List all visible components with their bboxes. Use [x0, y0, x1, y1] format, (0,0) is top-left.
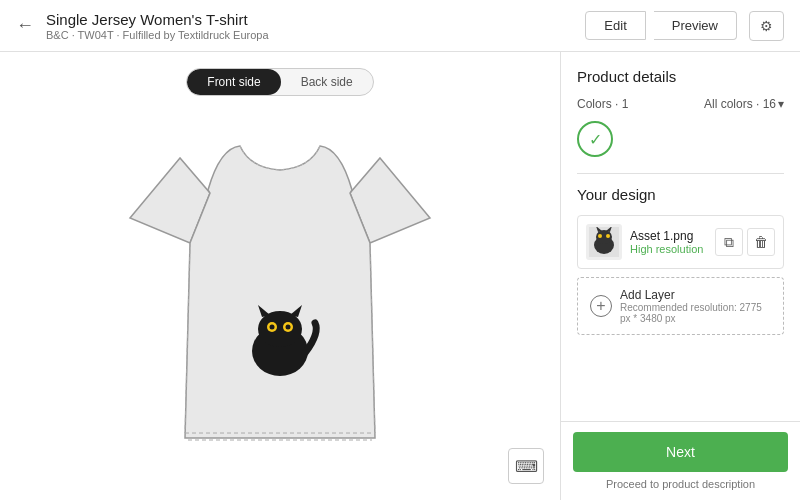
color-swatch-white[interactable]: ✓ [577, 121, 613, 157]
colors-label: Colors · 1 [577, 97, 628, 111]
add-layer-text: Add Layer Recommended resolution: 2775 p… [620, 288, 771, 324]
design-name: Asset 1.png [630, 229, 715, 243]
right-panel: Product details Colors · 1 All colors · … [560, 52, 800, 500]
add-layer-button[interactable]: + Add Layer Recommended resolution: 2775… [577, 277, 784, 335]
back-side-button[interactable]: Back side [281, 69, 373, 95]
front-side-button[interactable]: Front side [187, 69, 280, 95]
side-toggle: Front side Back side [186, 68, 373, 96]
colors-row: Colors · 1 All colors · 16 ▾ [577, 97, 784, 111]
page-title: Single Jersey Women's T-shirt [46, 11, 585, 28]
design-resolution: High resolution [630, 243, 715, 255]
thumbnail-image [589, 227, 619, 257]
preview-button[interactable]: Preview [654, 11, 737, 40]
all-colors-button[interactable]: All colors · 16 ▾ [704, 97, 784, 111]
keyboard-icon: ⌨ [515, 457, 538, 476]
page-subtitle: B&C · TW04T · Fulfilled by Textildruck E… [46, 29, 585, 41]
footer-hint: Proceed to product description [573, 478, 788, 490]
header: ← Single Jersey Women's T-shirt B&C · TW… [0, 0, 800, 52]
edit-button[interactable]: Edit [585, 11, 645, 40]
gear-icon: ⚙ [760, 18, 773, 34]
your-design-title: Your design [577, 186, 784, 203]
left-panel: Front side Back side [0, 52, 560, 500]
divider [577, 173, 784, 174]
svg-point-7 [286, 325, 291, 330]
svg-point-14 [606, 234, 610, 238]
right-panel-content: Product details Colors · 1 All colors · … [561, 52, 800, 421]
plus-icon: + [590, 295, 612, 317]
delete-design-button[interactable]: 🗑 [747, 228, 775, 256]
svg-point-1 [258, 311, 302, 347]
add-layer-sublabel: Recommended resolution: 2775 px * 3480 p… [620, 302, 771, 324]
check-icon: ✓ [589, 130, 602, 149]
design-actions: ⧉ 🗑 [715, 228, 775, 256]
chevron-down-icon: ▾ [778, 97, 784, 111]
design-thumbnail [586, 224, 622, 260]
design-info: Asset 1.png High resolution [630, 229, 715, 255]
design-item: Asset 1.png High resolution ⧉ 🗑 [577, 215, 784, 269]
svg-point-13 [598, 234, 602, 238]
trash-icon: 🗑 [754, 234, 768, 250]
back-button[interactable]: ← [16, 15, 34, 36]
svg-point-5 [270, 325, 275, 330]
duplicate-design-button[interactable]: ⧉ [715, 228, 743, 256]
settings-button[interactable]: ⚙ [749, 11, 784, 41]
copy-icon: ⧉ [724, 234, 734, 251]
header-title-block: Single Jersey Women's T-shirt B&C · TW04… [46, 11, 585, 41]
tshirt-preview [120, 128, 440, 468]
main-content: Front side Back side [0, 52, 800, 500]
add-layer-label: Add Layer [620, 288, 771, 302]
keyboard-button[interactable]: ⌨ [508, 448, 544, 484]
product-details-title: Product details [577, 68, 784, 85]
header-actions: Edit Preview ⚙ [585, 11, 784, 41]
right-footer: Next Proceed to product description [561, 421, 800, 500]
tshirt-area [16, 112, 544, 484]
next-button[interactable]: Next [573, 432, 788, 472]
